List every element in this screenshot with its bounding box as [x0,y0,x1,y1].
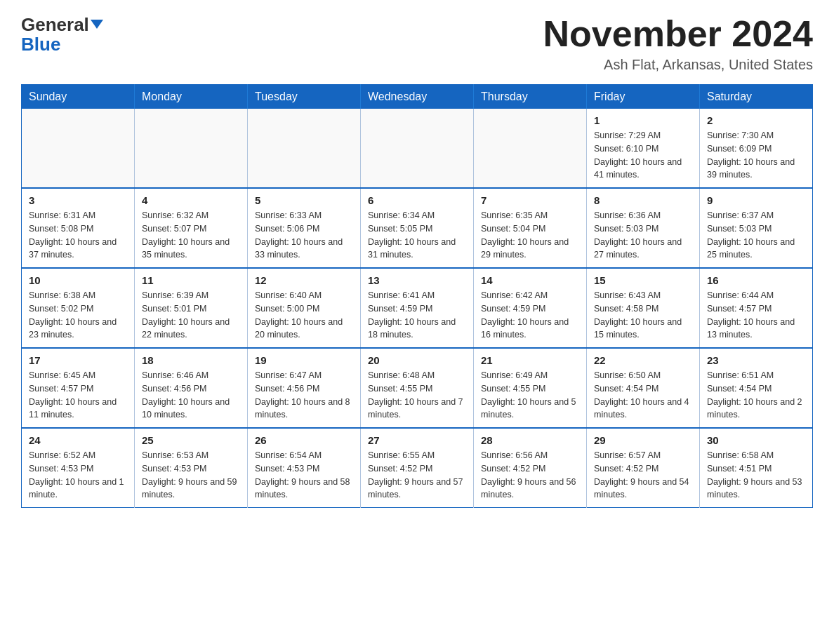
day-number: 16 [707,274,805,286]
day-number: 5 [255,194,353,206]
day-info: Sunrise: 6:51 AMSunset: 4:54 PMDaylight:… [707,369,805,422]
day-cell: 2Sunrise: 7:30 AMSunset: 6:09 PMDaylight… [700,109,813,188]
title-area: November 2024 Ash Flat, Arkansas, United… [543,14,813,73]
logo: General Blue [21,14,103,55]
day-cell: 21Sunrise: 6:49 AMSunset: 4:55 PMDayligh… [474,348,587,428]
location-subtitle: Ash Flat, Arkansas, United States [543,57,813,73]
day-cell: 1Sunrise: 7:29 AMSunset: 6:10 PMDaylight… [587,109,700,188]
day-info: Sunrise: 6:38 AMSunset: 5:02 PMDaylight:… [29,289,127,342]
day-cell: 30Sunrise: 6:58 AMSunset: 4:51 PMDayligh… [700,428,813,508]
day-info: Sunrise: 6:56 AMSunset: 4:52 PMDaylight:… [481,449,579,502]
day-number: 13 [368,274,466,286]
day-info: Sunrise: 6:45 AMSunset: 4:57 PMDaylight:… [29,369,127,422]
logo-general: General [21,14,89,35]
day-info: Sunrise: 6:33 AMSunset: 5:06 PMDaylight:… [255,209,353,262]
logo-triangle-icon [91,20,103,29]
day-cell: 11Sunrise: 6:39 AMSunset: 5:01 PMDayligh… [135,268,248,348]
day-number: 26 [255,434,353,446]
day-info: Sunrise: 6:50 AMSunset: 4:54 PMDaylight:… [594,369,692,422]
day-cell: 26Sunrise: 6:54 AMSunset: 4:53 PMDayligh… [248,428,361,508]
day-info: Sunrise: 6:57 AMSunset: 4:52 PMDaylight:… [594,449,692,502]
day-number: 10 [29,274,127,286]
day-info: Sunrise: 6:52 AMSunset: 4:53 PMDaylight:… [29,449,127,502]
day-info: Sunrise: 6:54 AMSunset: 4:53 PMDaylight:… [255,449,353,502]
day-cell: 5Sunrise: 6:33 AMSunset: 5:06 PMDaylight… [248,188,361,268]
day-cell: 9Sunrise: 6:37 AMSunset: 5:03 PMDaylight… [700,188,813,268]
day-number: 21 [481,354,579,366]
day-cell: 23Sunrise: 6:51 AMSunset: 4:54 PMDayligh… [700,348,813,428]
header-thursday: Thursday [474,85,587,109]
day-info: Sunrise: 6:37 AMSunset: 5:03 PMDaylight:… [707,209,805,262]
day-cell [248,109,361,188]
day-number: 15 [594,274,692,286]
header-saturday: Saturday [700,85,813,109]
header-sunday: Sunday [22,85,135,109]
day-cell: 16Sunrise: 6:44 AMSunset: 4:57 PMDayligh… [700,268,813,348]
day-number: 20 [368,354,466,366]
day-number: 18 [142,354,240,366]
day-cell: 3Sunrise: 6:31 AMSunset: 5:08 PMDaylight… [22,188,135,268]
day-number: 24 [29,434,127,446]
day-number: 22 [594,354,692,366]
day-cell: 10Sunrise: 6:38 AMSunset: 5:02 PMDayligh… [22,268,135,348]
day-number: 11 [142,274,240,286]
week-row-2: 3Sunrise: 6:31 AMSunset: 5:08 PMDaylight… [22,188,813,268]
day-cell: 6Sunrise: 6:34 AMSunset: 5:05 PMDaylight… [361,188,474,268]
day-number: 23 [707,354,805,366]
day-number: 7 [481,194,579,206]
day-cell: 28Sunrise: 6:56 AMSunset: 4:52 PMDayligh… [474,428,587,508]
day-info: Sunrise: 6:43 AMSunset: 4:58 PMDaylight:… [594,289,692,342]
day-info: Sunrise: 6:47 AMSunset: 4:56 PMDaylight:… [255,369,353,422]
day-cell: 17Sunrise: 6:45 AMSunset: 4:57 PMDayligh… [22,348,135,428]
header-friday: Friday [587,85,700,109]
day-number: 9 [707,194,805,206]
day-cell [361,109,474,188]
month-title: November 2024 [543,14,813,54]
day-cell: 19Sunrise: 6:47 AMSunset: 4:56 PMDayligh… [248,348,361,428]
day-info: Sunrise: 6:49 AMSunset: 4:55 PMDaylight:… [481,369,579,422]
day-info: Sunrise: 6:36 AMSunset: 5:03 PMDaylight:… [594,209,692,262]
page-header: General Blue November 2024 Ash Flat, Ark… [21,14,813,73]
header-monday: Monday [135,85,248,109]
day-number: 17 [29,354,127,366]
day-cell: 12Sunrise: 6:40 AMSunset: 5:00 PMDayligh… [248,268,361,348]
day-number: 19 [255,354,353,366]
day-info: Sunrise: 6:42 AMSunset: 4:59 PMDaylight:… [481,289,579,342]
calendar-table: SundayMondayTuesdayWednesdayThursdayFrid… [21,84,813,508]
day-info: Sunrise: 6:32 AMSunset: 5:07 PMDaylight:… [142,209,240,262]
day-info: Sunrise: 7:30 AMSunset: 6:09 PMDaylight:… [707,129,805,182]
day-info: Sunrise: 6:39 AMSunset: 5:01 PMDaylight:… [142,289,240,342]
day-info: Sunrise: 6:55 AMSunset: 4:52 PMDaylight:… [368,449,466,502]
logo-blue: Blue [21,34,60,55]
day-number: 4 [142,194,240,206]
day-info: Sunrise: 6:40 AMSunset: 5:00 PMDaylight:… [255,289,353,342]
day-info: Sunrise: 6:48 AMSunset: 4:55 PMDaylight:… [368,369,466,422]
week-row-4: 17Sunrise: 6:45 AMSunset: 4:57 PMDayligh… [22,348,813,428]
day-number: 6 [368,194,466,206]
day-cell: 25Sunrise: 6:53 AMSunset: 4:53 PMDayligh… [135,428,248,508]
day-number: 12 [255,274,353,286]
day-cell: 27Sunrise: 6:55 AMSunset: 4:52 PMDayligh… [361,428,474,508]
day-cell: 4Sunrise: 6:32 AMSunset: 5:07 PMDaylight… [135,188,248,268]
day-number: 2 [707,114,805,126]
day-cell: 24Sunrise: 6:52 AMSunset: 4:53 PMDayligh… [22,428,135,508]
day-number: 14 [481,274,579,286]
day-cell: 22Sunrise: 6:50 AMSunset: 4:54 PMDayligh… [587,348,700,428]
week-row-1: 1Sunrise: 7:29 AMSunset: 6:10 PMDaylight… [22,109,813,188]
day-number: 1 [594,114,692,126]
day-number: 8 [594,194,692,206]
day-number: 28 [481,434,579,446]
day-number: 29 [594,434,692,446]
day-info: Sunrise: 6:34 AMSunset: 5:05 PMDaylight:… [368,209,466,262]
day-number: 25 [142,434,240,446]
header-wednesday: Wednesday [361,85,474,109]
day-info: Sunrise: 6:46 AMSunset: 4:56 PMDaylight:… [142,369,240,422]
day-cell: 13Sunrise: 6:41 AMSunset: 4:59 PMDayligh… [361,268,474,348]
day-info: Sunrise: 6:31 AMSunset: 5:08 PMDaylight:… [29,209,127,262]
day-number: 27 [368,434,466,446]
day-cell: 18Sunrise: 6:46 AMSunset: 4:56 PMDayligh… [135,348,248,428]
header-tuesday: Tuesday [248,85,361,109]
day-cell: 14Sunrise: 6:42 AMSunset: 4:59 PMDayligh… [474,268,587,348]
day-cell: 7Sunrise: 6:35 AMSunset: 5:04 PMDaylight… [474,188,587,268]
day-info: Sunrise: 6:41 AMSunset: 4:59 PMDaylight:… [368,289,466,342]
